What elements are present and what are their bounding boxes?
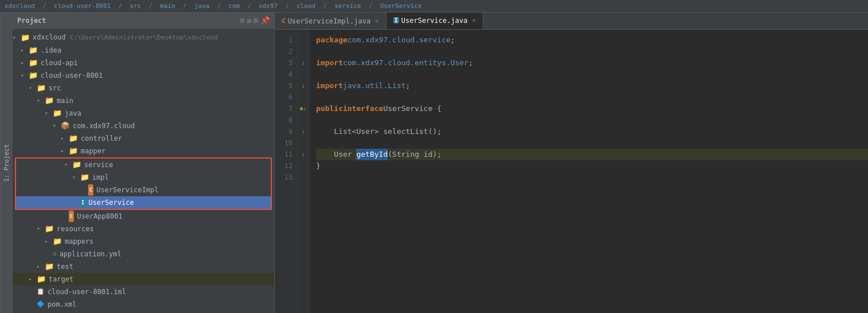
gutter-line-12 (298, 160, 309, 172)
line-number-2: 2 (275, 46, 297, 57)
tree-item-main[interactable]: ▾ 📁 main (13, 94, 274, 107)
code-line-5: import java.util.List; (316, 80, 868, 92)
tree-label: UserService (88, 197, 133, 208)
menu-icon[interactable]: ≡ (247, 16, 251, 25)
tree-item-mapper[interactable]: ▸ 📁 mapper (13, 145, 274, 157)
sidebar-icons: ⚙ ≡ ⊞ 📌 (240, 16, 270, 25)
gutter-line-1 (298, 34, 309, 46)
tree-arrow: ▸ (61, 145, 68, 157)
expand-icon[interactable]: ⊞ (254, 16, 258, 25)
tree-label: cloud-api (41, 57, 78, 69)
tree-label: main (57, 95, 73, 106)
code-line-10 (316, 137, 868, 149)
line-number-8: 8 (275, 114, 297, 126)
tree-item-controller[interactable]: ▸ 📁 controller (13, 132, 274, 145)
tree-label: mappers (65, 236, 94, 247)
tree-label: impl (92, 172, 109, 183)
tree-label: cloud-user-8001 (41, 70, 102, 81)
tree-item-cloud-api[interactable]: ▸ 📁 cloud-api (13, 57, 274, 69)
tree-item-target[interactable]: ▸ 📁 target (13, 273, 274, 286)
tree-arrow: ▸ (37, 261, 44, 272)
tree-arrow: ▾ (53, 120, 60, 132)
pin-icon[interactable]: 📌 (261, 16, 270, 25)
tree-icon: I (80, 197, 85, 208)
tree-item-idea[interactable]: ▸ 📁 .idea (13, 44, 274, 57)
code-line-11: User getById(String id); (316, 149, 868, 160)
code-line-1: package com.xdx97.cloud.service; (316, 34, 868, 46)
tree-item-UserServiceImpl[interactable]: C UserServiceImpl (16, 184, 271, 196)
tree-item-com.xdx97.cloud[interactable]: ▾ 📦 com.xdx97.cloud (13, 120, 274, 132)
tab-close-UserServiceImpl[interactable]: ✕ (375, 17, 379, 25)
gutter-line-7: ●↓ (298, 103, 309, 114)
tree-item-eureka-7001[interactable]: ▸ 📁 eureka-7001 (13, 311, 274, 313)
tree-item-xdxcloud[interactable]: ▾ 📁 xdxcloud C:\Users\Administrator\Desk… (13, 31, 274, 44)
editor-area: C UserServiceImpl.java ✕ I UserService.j… (275, 13, 868, 313)
tab-UserService[interactable]: I UserService.java ✕ (386, 13, 483, 29)
tree-arrow: ▾ (72, 172, 79, 183)
breadcrumb-text: xdxcloud / cloud-user-8001 / src / main … (5, 2, 422, 10)
gutter-line-11: ↓ (298, 149, 309, 160)
tree-item-service[interactable]: ▾ 📁 service (16, 159, 271, 171)
tree-icon: 📁 (69, 133, 78, 144)
gutter-line-5: ↓ (298, 80, 309, 92)
line-number-11: 11 (275, 149, 297, 160)
tree-arrow (72, 197, 79, 208)
tree-label: src (49, 82, 61, 94)
tree-icon: 📁 (37, 274, 46, 285)
tree-item-pom.xml[interactable]: 🔷 pom.xml (13, 298, 274, 311)
tab-close-UserService[interactable]: ✕ (472, 17, 476, 24)
tree-item-application.yml[interactable]: ⚙ application.yml (13, 248, 274, 260)
tree-item-UserService[interactable]: I UserService (16, 196, 271, 209)
tree-arrow: ▸ (29, 274, 35, 285)
tree-label: resources (57, 223, 94, 235)
tree-arrow: ▾ (37, 223, 44, 235)
line-number-7: 7 (275, 103, 297, 114)
tree-label: pom.xml (48, 299, 77, 310)
tab-UserServiceImpl[interactable]: C UserServiceImpl.java ✕ (275, 13, 386, 29)
code-line-4 (316, 69, 868, 80)
tree-item-resources[interactable]: ▾ 📁 resources (13, 223, 274, 235)
file-tree[interactable]: ▾ 📁 xdxcloud C:\Users\Administrator\Desk… (13, 29, 274, 313)
code-line-6 (316, 92, 868, 103)
tree-label: cloud-user-8001.iml (48, 286, 126, 298)
tree-label: mapper (81, 145, 105, 157)
code-line-2 (316, 46, 868, 57)
line-number-12: 12 (275, 160, 297, 172)
tree-arrow (80, 184, 87, 196)
code-view[interactable]: package com.xdx97.cloud.service;import c… (309, 30, 868, 313)
line-number-9: 9 (275, 126, 297, 137)
line-number-3: 3 (275, 57, 297, 69)
tree-item-src[interactable]: ▾ 📁 src (13, 82, 274, 94)
class-icon: C (282, 17, 286, 25)
tree-item-cloud-user-8001.iml[interactable]: 📋 cloud-user-8001.iml (13, 286, 274, 298)
editor-tab-bar: C UserServiceImpl.java ✕ I UserService.j… (275, 13, 868, 30)
project-tab[interactable]: 1: Project (0, 13, 13, 313)
tree-label: UserApp8001 (77, 211, 122, 222)
tree-item-cloud-user-8001[interactable]: ▾ 📁 cloud-user-8001 (13, 69, 274, 82)
tree-arrow: ▾ (64, 159, 71, 171)
line-number-1: 1 (275, 34, 297, 46)
tree-icon: ⚙ (53, 248, 57, 260)
tree-icon: 📁 (29, 57, 38, 69)
tree-label: controller (81, 133, 122, 144)
line-number-6: 6 (275, 92, 297, 103)
code-line-13 (316, 172, 868, 183)
tree-icon: 🔷 (37, 299, 45, 310)
tree-item-mappers[interactable]: ▸ 📁 mappers (13, 235, 274, 248)
line-number-13: 13 (275, 172, 297, 183)
tree-item-java[interactable]: ▾ 📁 java (13, 107, 274, 120)
tree-item-test[interactable]: ▸ 📁 test (13, 260, 274, 273)
gutter-line-13 (298, 172, 309, 183)
tree-label: com.xdx97.cloud (73, 120, 135, 132)
code-line-3: import com.xdx97.cloud.entitys.User; (316, 57, 868, 69)
tree-item-UserApp8001[interactable]: C UserApp8001 (13, 210, 274, 223)
gutter-line-9: ↓ (298, 126, 309, 137)
tree-item-impl[interactable]: ▾ 📁 impl (16, 171, 271, 184)
tree-icon: 📁 (29, 70, 38, 81)
tree-label: service (84, 159, 113, 171)
breadcrumb-bar: xdxcloud / cloud-user-8001 / src / main … (0, 0, 868, 13)
settings-icon[interactable]: ⚙ (240, 16, 244, 25)
line-number-5: 5 (275, 80, 297, 92)
tree-arrow: ▸ (61, 133, 68, 144)
gutter-line-6 (298, 92, 309, 103)
